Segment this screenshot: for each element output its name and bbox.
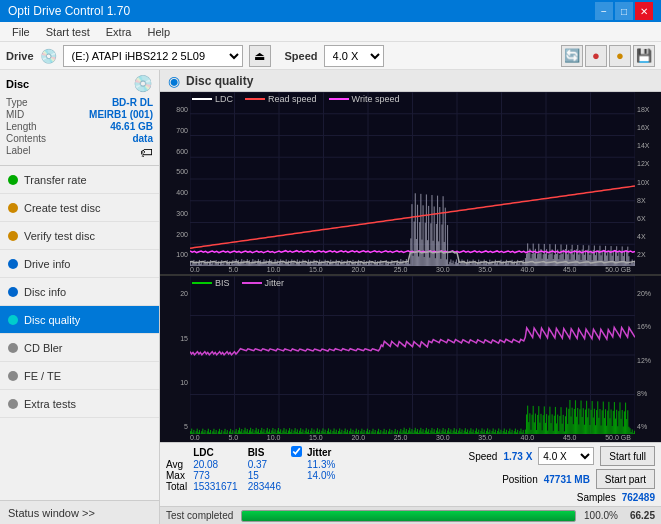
save-button[interactable]: 💾 (633, 45, 655, 67)
stats-samples-val: 762489 (622, 492, 655, 503)
progress-percentage: 100.0% (584, 510, 618, 521)
disc-type-val: BD-R DL (112, 97, 153, 108)
disc-contents-key: Contents (6, 133, 46, 144)
speed-dropdown[interactable]: 4.0 X (538, 447, 594, 465)
disc-icon: 💿 (133, 74, 153, 93)
x2-0: 0.0 (190, 434, 200, 441)
x2-25: 25.0 (394, 434, 408, 441)
x2-15: 15.0 (309, 434, 323, 441)
stats-total-row: Total 15331671 283446 (166, 481, 341, 492)
sidebar-item-drive-info[interactable]: Drive info (0, 250, 159, 278)
speed-text-label: Speed (468, 451, 497, 462)
stats-max-ldc: 773 (193, 470, 248, 481)
close-button[interactable]: ✕ (635, 2, 653, 20)
y1-100: 100 (160, 251, 188, 258)
color1-button[interactable]: ● (585, 45, 607, 67)
stats-avg-row: Avg 20.08 0.37 11.3% (166, 459, 341, 470)
x1-45: 45.0 (563, 266, 577, 273)
disc-panel: Disc 💿 Type BD-R DL MID MEIRB1 (001) Len… (0, 70, 159, 166)
start-full-button[interactable]: Start full (600, 446, 655, 466)
stats-max-row: Max 773 15 14.0% (166, 470, 341, 481)
progress-bar-container: Test completed 100.0% 66.25 (160, 506, 661, 524)
verify-test-label: Verify test disc (24, 230, 95, 242)
x2-45: 45.0 (563, 434, 577, 441)
maximize-button[interactable]: □ (615, 2, 633, 20)
sidebar-item-verify-test[interactable]: Verify test disc (0, 222, 159, 250)
y2-20: 20 (160, 290, 188, 297)
drive-select[interactable]: (E:) ATAPI iHBS212 2 5L09 (63, 45, 243, 67)
extra-tests-dot (8, 399, 18, 409)
y2r-12pct: 12% (637, 357, 661, 364)
stats-total-label: Total (166, 481, 193, 492)
ldc-chart-canvas (190, 92, 635, 266)
x1-25: 25.0 (394, 266, 408, 273)
stats-header-row: LDC BIS Jitter (166, 446, 341, 459)
legend-jitter: Jitter (242, 278, 285, 288)
drive-info-dot (8, 259, 18, 269)
sidebar-item-transfer-rate[interactable]: Transfer rate (0, 166, 159, 194)
x1-5: 5.0 (228, 266, 238, 273)
y2r-20pct: 20% (637, 290, 661, 297)
stats-hdr-ldc: LDC (193, 446, 248, 459)
menu-starttest[interactable]: Start test (38, 22, 98, 42)
extra-tests-label: Extra tests (24, 398, 76, 410)
app-title: Opti Drive Control 1.70 (8, 4, 130, 18)
samples-text-label: Samples (577, 492, 616, 503)
minimize-button[interactable]: − (595, 2, 613, 20)
y1r-4x: 4X (637, 233, 661, 240)
jitter-checkbox[interactable] (291, 446, 302, 457)
stats-max-jitter: 14.0% (307, 470, 341, 481)
position-text-label: Position (502, 474, 538, 485)
sidebar-item-extra-tests[interactable]: Extra tests (0, 390, 159, 418)
y2-10: 10 (160, 379, 188, 386)
x1-10: 10.0 (267, 266, 281, 273)
disc-label-row: Label 🏷 (6, 145, 153, 160)
stats-speed-row: Speed 1.73 X 4.0 X Start full (468, 446, 655, 466)
y2-5: 5 (160, 423, 188, 430)
sidebar-item-disc-quality[interactable]: Disc quality (0, 306, 159, 334)
y2r-4pct: 4% (637, 423, 661, 430)
disc-length-val: 46.61 GB (110, 121, 153, 132)
menu-extra[interactable]: Extra (98, 22, 140, 42)
x2-35: 35.0 (478, 434, 492, 441)
y1-400: 400 (160, 189, 188, 196)
x1-50: 50.0 GB (605, 266, 631, 273)
menu-help[interactable]: Help (139, 22, 178, 42)
dq-icon: ◉ (168, 73, 180, 89)
sidebar-item-fe-te[interactable]: FE / TE (0, 362, 159, 390)
transfer-rate-label: Transfer rate (24, 174, 87, 186)
refresh-button[interactable]: 🔄 (561, 45, 583, 67)
sidebar-item-create-test[interactable]: Create test disc (0, 194, 159, 222)
stats-samples-row: Samples 762489 (577, 492, 655, 503)
menu-file[interactable]: File (4, 22, 38, 42)
x2-5: 5.0 (228, 434, 238, 441)
x1-35: 35.0 (478, 266, 492, 273)
y1r-6x: 6X (637, 215, 661, 222)
titlebar: Opti Drive Control 1.70 − □ ✕ (0, 0, 661, 22)
x2-10: 10.0 (267, 434, 281, 441)
stats-speed-val: 1.73 X (503, 451, 532, 462)
y1r-18x: 18X (637, 106, 661, 113)
stats-total-ldc: 15331671 (193, 481, 248, 492)
eject-button[interactable]: ⏏ (249, 45, 271, 67)
disc-mid-val: MEIRB1 (001) (89, 109, 153, 120)
dq-title: Disc quality (186, 74, 253, 88)
speed-label: Speed (285, 50, 318, 62)
y1-300: 300 (160, 210, 188, 217)
disc-type-key: Type (6, 97, 28, 108)
y1r-8x: 8X (637, 197, 661, 204)
x2-40: 40.0 (521, 434, 535, 441)
disc-label-icon: 🏷 (140, 145, 153, 160)
speed-select[interactable]: 4.0 X 8.0 X 16.0 X (324, 45, 384, 67)
color2-button[interactable]: ● (609, 45, 631, 67)
y1r-10x: 10X (637, 179, 661, 186)
disc-contents-row: Contents data (6, 133, 153, 144)
status-window-button[interactable]: Status window >> (0, 500, 159, 524)
sidebar-item-cd-bler[interactable]: CD Bler (0, 334, 159, 362)
sidebar-item-disc-info[interactable]: Disc info (0, 278, 159, 306)
create-test-label: Create test disc (24, 202, 100, 214)
stats-position-row: Position 47731 MB Start part (502, 469, 655, 489)
stats-max-bis: 15 (248, 470, 291, 481)
start-part-button[interactable]: Start part (596, 469, 655, 489)
fe-te-label: FE / TE (24, 370, 61, 382)
